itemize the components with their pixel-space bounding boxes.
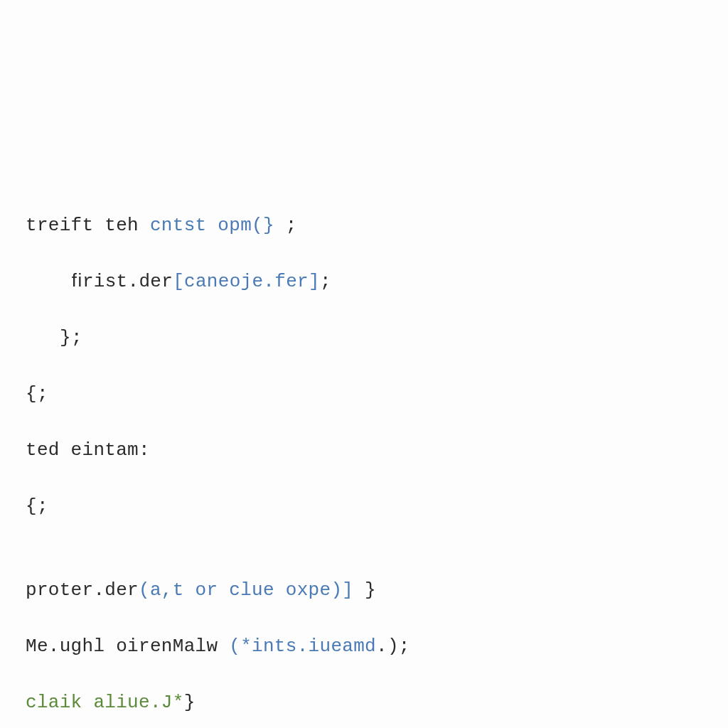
code-line: }; bbox=[26, 324, 728, 353]
code-token: proter.der bbox=[26, 579, 139, 601]
code-token: [ bbox=[173, 271, 184, 292]
code-token: }; bbox=[60, 327, 82, 348]
code-token: Me.ughl oirenMalw bbox=[26, 636, 229, 657]
code-token: ; bbox=[274, 215, 297, 236]
code-token: {; bbox=[26, 383, 48, 405]
code-line: claik aliue.J*} bbox=[26, 689, 728, 717]
code-line: proter.der(a,t or clue oxpe)] } bbox=[26, 577, 728, 605]
code-line: {; bbox=[26, 380, 728, 409]
code-token: caneoje.fer bbox=[184, 271, 309, 292]
code-token: opm bbox=[206, 215, 252, 236]
code-token: )] bbox=[331, 579, 353, 601]
code-token: ( bbox=[229, 636, 240, 657]
code-token: ted eintam: bbox=[26, 439, 150, 461]
code-token: treift teh bbox=[26, 215, 150, 236]
code-token: {; bbox=[26, 496, 48, 517]
code-token: (} bbox=[252, 215, 274, 236]
code-line: treift teh cntst opm(} ; bbox=[26, 212, 728, 240]
code-token: claik aliue.J* bbox=[26, 692, 184, 713]
code-editor[interactable]: treift teh cntst opm(} ; ﬁrist.der[caneo… bbox=[26, 183, 728, 728]
code-token: ; bbox=[320, 271, 331, 292]
code-line: {; bbox=[26, 493, 728, 521]
code-token: *ints.iueamd bbox=[240, 636, 376, 657]
code-token: t bbox=[173, 579, 196, 601]
code-token: ] bbox=[309, 271, 320, 292]
code-line: ted eintam: bbox=[26, 437, 728, 465]
code-token: } bbox=[184, 692, 196, 713]
code-token: a, bbox=[150, 579, 173, 601]
code-token: clue oxpe bbox=[218, 579, 331, 601]
code-token: .); bbox=[376, 636, 410, 657]
code-token: ( bbox=[139, 579, 150, 601]
code-token: or bbox=[196, 579, 218, 601]
code-token: cntst bbox=[150, 215, 207, 236]
code-token: ﬁrist.der bbox=[71, 271, 173, 292]
code-token: } bbox=[353, 579, 376, 601]
code-line: ﬁrist.der[caneoje.fer]; bbox=[26, 268, 728, 296]
code-line: Me.ughl oirenMalw (*ints.iueamd.); bbox=[26, 633, 728, 661]
